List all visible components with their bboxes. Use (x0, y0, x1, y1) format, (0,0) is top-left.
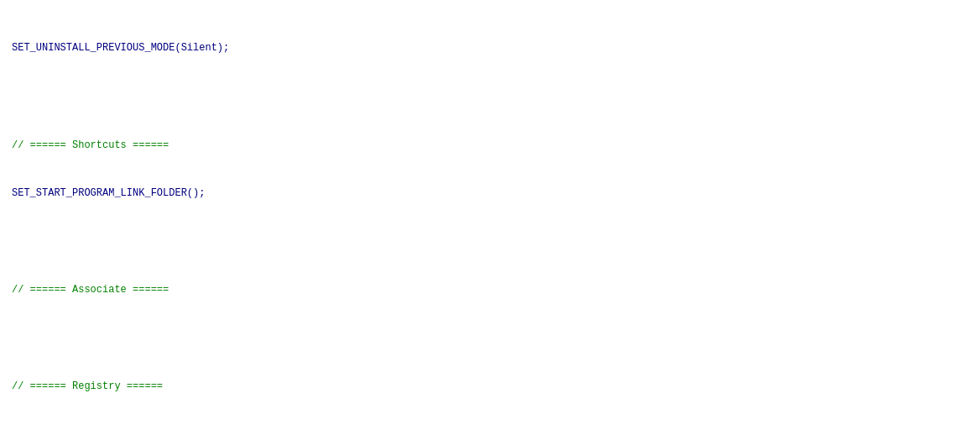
empty-line-1 (12, 89, 968, 105)
empty-line-3 (12, 331, 968, 347)
line-set-start: SET_START_PROGRAM_LINK_FOLDER(); (12, 186, 968, 202)
comment-shortcuts: // ====== Shortcuts ====== (12, 138, 968, 154)
line-1: SET_UNINSTALL_PREVIOUS_MODE(Silent); (12, 40, 968, 56)
comment-registry: // ====== Registry ====== (12, 379, 968, 395)
comment-associate: // ====== Associate ====== (12, 282, 968, 298)
code-viewer: SET_UNINSTALL_PREVIOUS_MODE(Silent); // … (12, 8, 968, 430)
empty-line-2 (12, 234, 968, 250)
